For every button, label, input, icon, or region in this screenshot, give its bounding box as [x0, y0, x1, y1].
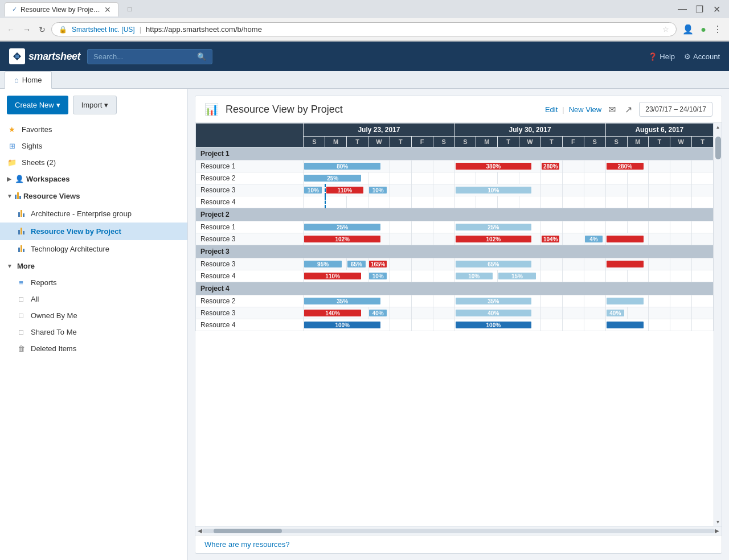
empty-day-cell: [692, 196, 714, 208]
scroll-v-track[interactable]: [714, 131, 722, 518]
scroll-up-button[interactable]: ▲: [714, 123, 722, 131]
resource-bar: 104%: [542, 236, 559, 242]
table-row: Resource 3102%102%104%4%: [196, 233, 714, 245]
account-label: Account: [693, 52, 720, 61]
maximize-button[interactable]: ❐: [691, 2, 707, 16]
sidebar-item-resource-views[interactable]: ▼ Resource Views: [0, 187, 187, 205]
empty-day-cell: [541, 184, 563, 196]
week-header-1: July 23, 2017: [304, 123, 454, 137]
forward-button[interactable]: →: [21, 23, 33, 36]
resource-bar: 15%: [498, 273, 535, 279]
empty-day-cell: [562, 258, 584, 270]
browser-tab-new[interactable]: □: [121, 3, 138, 15]
empty-day-cell: [627, 184, 649, 196]
back-button[interactable]: ←: [5, 23, 17, 36]
footer-resources-link[interactable]: Where are my resources?: [204, 540, 290, 549]
empty-day-cell: [541, 319, 563, 331]
resource-views-icon: [15, 191, 21, 201]
help-label: Help: [660, 52, 675, 61]
empty-day-cell: [605, 172, 627, 184]
page-title: Resource View by Project: [226, 104, 538, 116]
empty-day-cell: [670, 221, 692, 233]
export-icon-button[interactable]: ↗: [622, 103, 634, 116]
empty-day-cell: [433, 221, 454, 233]
bar-cell: 40%: [605, 307, 627, 319]
new-view-link[interactable]: New View: [569, 105, 602, 114]
sidebar-item-rv-tech[interactable]: Technology Architecture: [0, 240, 187, 258]
resource-grid-wrapper[interactable]: July 23, 2017 July 30, 2017 August 6, 20…: [195, 123, 722, 526]
create-new-button[interactable]: Create New ▾: [7, 96, 68, 114]
resource-name-cell: Resource 3: [196, 258, 304, 270]
empty-day-cell: [433, 184, 454, 196]
browser-tab-active[interactable]: ✓ Resource View by Projec... ✕: [5, 2, 118, 17]
email-icon-button[interactable]: ✉: [606, 103, 618, 116]
search-input[interactable]: [93, 52, 194, 61]
extensions-button[interactable]: 👤: [680, 22, 696, 37]
address-bar[interactable]: 🔒 Smartsheet Inc. [US] | https://app.sma…: [51, 22, 677, 36]
search-icon[interactable]: 🔍: [197, 52, 206, 61]
sidebar-item-reports[interactable]: ≡ Reports: [0, 274, 187, 291]
scroll-h-track[interactable]: [202, 529, 715, 533]
table-row: Resource 225%: [196, 172, 714, 184]
horizontal-scrollbar[interactable]: ◀ ▶: [195, 526, 722, 535]
sidebar-item-more[interactable]: ▼ More: [0, 258, 187, 274]
empty-day-cell: [605, 270, 627, 282]
import-button[interactable]: Import ▾: [73, 96, 117, 114]
bar-cell: 102%: [304, 233, 390, 245]
empty-day-cell: [411, 172, 433, 184]
workspaces-label: Workspaces: [26, 175, 69, 183]
empty-day-cell: [584, 270, 605, 282]
grid-scroll-area[interactable]: July 23, 2017 July 30, 2017 August 6, 20…: [195, 123, 714, 526]
empty-day-cell: [433, 160, 454, 172]
edit-link[interactable]: Edit: [545, 105, 558, 114]
help-button[interactable]: ❓ Help: [648, 52, 675, 61]
sidebar-item-rv-byproject[interactable]: Resource View by Project: [0, 223, 187, 240]
bar-cell: 25%: [304, 221, 390, 233]
bookmark-star-icon[interactable]: ☆: [662, 25, 669, 34]
sidebar-item-shared[interactable]: □ Shared To Me: [0, 324, 187, 340]
resource-bar: 10%: [369, 187, 387, 193]
minimize-button[interactable]: —: [674, 2, 690, 16]
sidebar-item-workspaces[interactable]: ▶ 👤 Workspaces: [0, 171, 187, 187]
empty-day-cell: [692, 172, 714, 184]
empty-day-cell: [433, 196, 454, 208]
sidebar-item-all[interactable]: □ All: [0, 291, 187, 307]
scroll-right-button[interactable]: ▶: [715, 528, 719, 534]
more-options-button[interactable]: ⋮: [711, 22, 724, 37]
resource-bar: 25%: [456, 224, 532, 230]
content-panel: 📊 Resource View by Project Edit | New Vi…: [195, 96, 722, 554]
sidebar-item-favorites[interactable]: ★ Favorites: [0, 121, 187, 138]
empty-day-cell: [325, 196, 347, 208]
empty-day-cell: [584, 196, 605, 208]
sidebar-item-owned[interactable]: □ Owned By Me: [0, 307, 187, 324]
close-button[interactable]: ✕: [708, 2, 724, 16]
empty-day-cell: [433, 307, 454, 319]
sidebar-item-deleted[interactable]: 🗑 Deleted Items: [0, 340, 187, 357]
resource-bar: [607, 236, 644, 242]
scroll-left-button[interactable]: ◀: [198, 528, 202, 534]
day-w2: W: [519, 137, 541, 147]
account-button[interactable]: ⚙ Account: [684, 52, 720, 61]
empty-day-cell: [649, 184, 670, 196]
vertical-scrollbar[interactable]: ▲ ▼: [714, 123, 722, 526]
separator: |: [562, 105, 564, 114]
refresh-button[interactable]: ↻: [36, 23, 48, 36]
scroll-down-button[interactable]: ▼: [714, 518, 722, 526]
date-range-button[interactable]: 23/07/17 – 24/10/17: [639, 102, 712, 117]
sidebar-item-rv-arch[interactable]: Architecture - Enterprise group: [0, 205, 187, 223]
tab-close-icon[interactable]: ✕: [104, 5, 111, 14]
sidebar-item-sights[interactable]: ⊞ Sights: [0, 138, 187, 154]
scroll-h-thumb[interactable]: [214, 529, 282, 533]
empty-day-cell: [605, 184, 627, 196]
scroll-v-thumb[interactable]: [715, 137, 721, 159]
empty-day-cell: [692, 295, 714, 307]
empty-day-cell: [541, 221, 563, 233]
bar-cell: [605, 295, 649, 307]
create-label: Create New: [15, 101, 54, 109]
empty-day-cell: [454, 172, 476, 184]
profile-button[interactable]: ●: [698, 22, 708, 37]
tab-home[interactable]: ⌂ Home: [5, 71, 52, 89]
bar-cell: 10%: [454, 184, 541, 196]
shared-label: Shared To Me: [31, 328, 77, 336]
sidebar-item-sheets[interactable]: 📁 Sheets (2): [0, 154, 187, 171]
